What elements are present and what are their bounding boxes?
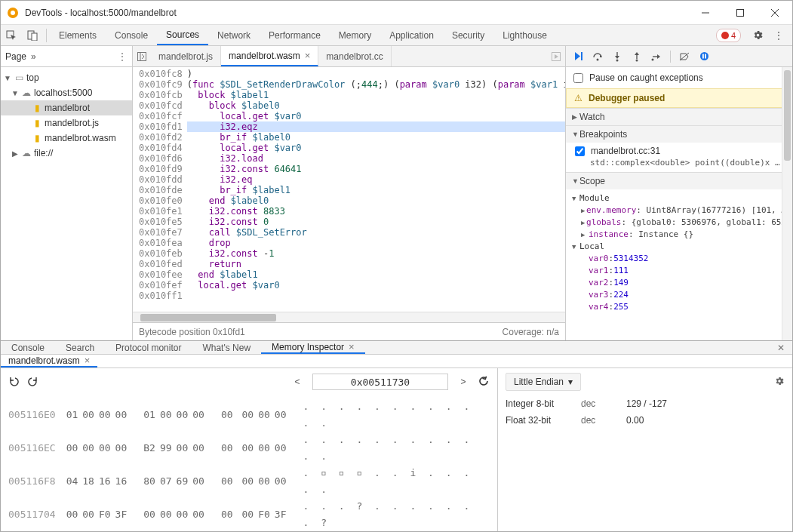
svg-rect-12 <box>581 52 582 60</box>
scrollbar-thumb[interactable] <box>140 314 276 321</box>
step-over-icon[interactable] <box>590 49 605 64</box>
editor-file-tab[interactable]: mandelbrot.wasm× <box>221 46 318 66</box>
gear-icon[interactable] <box>774 376 785 389</box>
resume-icon[interactable] <box>570 49 586 64</box>
memory-hex-pane: < 0x00511730 > 005116E001000000010000000… <box>1 368 498 532</box>
file-tree-item[interactable]: mandelbrot <box>1 100 132 115</box>
inspect-element-icon[interactable] <box>1 26 22 45</box>
file-tree-item[interactable]: ▼top <box>1 70 132 85</box>
svg-rect-3 <box>737 9 744 16</box>
code-editor[interactable]: 0x010fc8 0x010fc9 0x010fcb 0x010fcd 0x01… <box>133 67 565 312</box>
device-toolbar-icon[interactable] <box>22 26 43 45</box>
scope-section-header[interactable]: ▼Scope <box>566 173 792 189</box>
svg-point-15 <box>616 59 619 61</box>
endianness-select[interactable]: Little Endian ▾ <box>506 373 581 391</box>
watch-section-header[interactable]: ▶Watch <box>566 109 792 125</box>
step-out-icon[interactable] <box>629 49 644 64</box>
deactivate-breakpoints-icon[interactable] <box>677 49 692 64</box>
navigator-pane: Page » ⋮ ▼top▼localhost:5000mandelbrotma… <box>1 46 133 340</box>
memory-inspector-file-tab[interactable]: mandelbrot.wasm × <box>1 355 97 367</box>
panel-tab-performance[interactable]: Performance <box>260 25 330 45</box>
svg-point-19 <box>652 58 654 60</box>
settings-icon[interactable] <box>747 26 768 45</box>
addr-prev-icon[interactable]: < <box>288 377 306 387</box>
addr-next-icon[interactable]: > <box>454 377 472 387</box>
drawer-tab-what's-new[interactable]: What's New <box>192 341 261 354</box>
file-tree-item[interactable]: mandelbrot.wasm <box>1 131 132 146</box>
svg-point-1 <box>11 11 15 15</box>
close-icon[interactable]: × <box>349 341 355 352</box>
breakpoint-item[interactable]: mandelbrot.cc:31 <box>566 143 792 156</box>
file-tree[interactable]: ▼top▼localhost:5000mandelbrotmandelbrot.… <box>1 67 132 340</box>
svg-rect-9 <box>138 52 146 60</box>
pause-on-exceptions-icon[interactable] <box>696 49 712 64</box>
hex-viewer[interactable]: 005116E0010000000100000000000000. . . . … <box>1 395 497 532</box>
debugger-pane: Pause on caught exceptions ⚠ Debugger pa… <box>566 46 792 340</box>
panel-tab-lighthouse[interactable]: Lighthouse <box>493 25 556 45</box>
memory-navbar: < 0x00511730 > <box>1 368 497 395</box>
nav-more-tabs-icon[interactable]: » <box>31 51 36 62</box>
panel-tab-security[interactable]: Security <box>443 25 493 45</box>
window-minimize-button[interactable] <box>688 1 723 24</box>
panel-tab-console[interactable]: Console <box>106 25 157 45</box>
close-icon[interactable]: × <box>85 355 91 366</box>
close-icon[interactable]: × <box>305 50 311 61</box>
main-toolbar: ElementsConsoleSourcesNetworkPerformance… <box>1 25 792 46</box>
scrollbar-thumb[interactable] <box>784 70 791 161</box>
breakpoints-section-header[interactable]: ▼Breakpoints <box>566 126 792 143</box>
editor-run-snippet-icon[interactable] <box>547 46 565 66</box>
drawer-tabs: ConsoleSearchProtocol monitorWhat's NewM… <box>1 341 792 355</box>
panel-tab-memory[interactable]: Memory <box>330 25 380 45</box>
refresh-icon[interactable] <box>478 375 490 389</box>
drawer-tab-protocol-monitor[interactable]: Protocol monitor <box>105 341 192 354</box>
drawer-tab-memory-inspector[interactable]: Memory Inspector× <box>261 341 365 354</box>
address-input[interactable]: 0x00511730 <box>312 374 448 390</box>
window-title: DevTools - localhost:5000/mandelbrot <box>25 8 688 18</box>
chevron-down-icon: ▾ <box>568 377 573 387</box>
nav-kebab-icon[interactable]: ⋮ <box>117 51 128 63</box>
mi-file-tab-label: mandelbrot.wasm <box>8 355 80 366</box>
navigator-header: Page » ⋮ <box>1 46 132 67</box>
editor-tabs: mandelbrot.jsmandelbrot.wasm×mandelbrot.… <box>133 46 565 67</box>
panel-tab-sources[interactable]: Sources <box>157 25 208 45</box>
error-badge[interactable]: 4 <box>716 29 741 42</box>
editor-nav-toggle-icon[interactable] <box>133 46 151 66</box>
panel-tab-application[interactable]: Application <box>380 25 443 45</box>
right-pane-scrollbar[interactable] <box>782 67 792 340</box>
svg-point-17 <box>636 59 638 61</box>
error-count: 4 <box>731 31 736 40</box>
file-tree-item[interactable]: ▼localhost:5000 <box>1 85 132 100</box>
svg-rect-23 <box>705 54 706 59</box>
devtools-icon <box>7 7 19 19</box>
debugger-paused-banner: ⚠ Debugger paused <box>566 88 792 108</box>
endian-label: Little Endian <box>514 377 564 387</box>
svg-point-13 <box>597 58 599 60</box>
debugger-toolbar <box>566 46 792 67</box>
editor-file-tab[interactable]: mandelbrot.js <box>151 46 221 66</box>
window-close-button[interactable] <box>758 1 792 24</box>
step-icon[interactable] <box>649 49 664 64</box>
editor-pane: mandelbrot.jsmandelbrot.wasm×mandelbrot.… <box>133 46 566 340</box>
panel-tabs: ElementsConsoleSourcesNetworkPerformance… <box>50 25 556 45</box>
file-tree-item[interactable]: mandelbrot.js <box>1 115 132 131</box>
editor-horizontal-scrollbar[interactable] <box>133 312 565 322</box>
main-area: Page » ⋮ ▼top▼localhost:5000mandelbrotma… <box>1 46 792 340</box>
page-tab-label[interactable]: Page <box>5 51 26 62</box>
coverage-status: Coverage: n/a <box>503 327 559 337</box>
kebab-menu-icon[interactable]: ⋮ <box>768 26 789 45</box>
panel-tab-network[interactable]: Network <box>208 25 260 45</box>
drawer-close-icon[interactable]: ✕ <box>770 343 792 353</box>
step-into-icon[interactable] <box>610 49 625 64</box>
history-back-icon[interactable] <box>8 376 22 389</box>
file-tree-item[interactable]: ▶file:// <box>1 146 132 161</box>
toolbar-divider <box>670 51 671 63</box>
code-gutter: 0x010fc8 0x010fc9 0x010fcb 0x010fcd 0x01… <box>133 67 187 312</box>
history-fwd-icon[interactable] <box>28 376 41 389</box>
breakpoint-checkbox[interactable] <box>575 146 585 156</box>
editor-file-tab[interactable]: mandelbrot.cc <box>318 46 391 66</box>
pause-caught-checkbox[interactable] <box>573 73 583 83</box>
window-maximize-button[interactable] <box>723 1 758 24</box>
drawer-tab-search[interactable]: Search <box>55 341 105 354</box>
panel-tab-elements[interactable]: Elements <box>50 25 106 45</box>
drawer-tab-console[interactable]: Console <box>1 341 55 354</box>
